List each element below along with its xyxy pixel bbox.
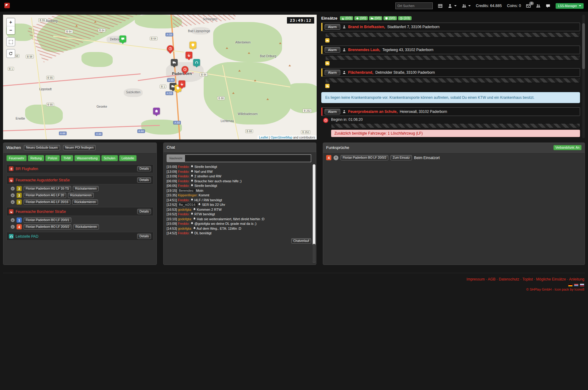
driving-vehicle-icon[interactable] — [325, 38, 330, 43]
chat-username[interactable]: Freddo: — [178, 212, 190, 216]
mission-name[interactable]: Brand in Briefkasten, — [348, 25, 385, 29]
recall-button[interactable]: Rückalarmieren — [73, 224, 99, 229]
filter-feuerwehr[interactable]: Feuerwehr — [6, 155, 27, 161]
chat-username[interactable]: Freddo: — [178, 222, 190, 225]
footer-link[interactable]: Datenschutz — [499, 277, 519, 281]
area-select-button[interactable] — [6, 37, 15, 46]
recall-button[interactable]: Rückalarmieren — [68, 193, 94, 198]
chat-username[interactable]: godofgta: — [178, 227, 192, 230]
footer-link[interactable]: AGB — [488, 277, 496, 281]
map-marker-shield[interactable] — [190, 42, 196, 48]
details-button[interactable]: Details — [137, 177, 151, 183]
alarm-button[interactable]: Alarm — [325, 109, 340, 114]
vehicle-name-button[interactable]: Florian Paderborn BO LF 20/0/1 — [24, 217, 71, 223]
vehicle-toggle-icon[interactable]: ▸ — [11, 218, 15, 222]
new-building-button[interactable]: Neues Gebäude bauen — [24, 145, 60, 150]
filter-rettung[interactable]: Rettung — [28, 155, 44, 161]
to-mission-button[interactable]: Zum Einsatz — [390, 155, 412, 160]
missions-scrollbar[interactable] — [582, 15, 585, 138]
flag-ru-icon[interactable] — [580, 284, 584, 287]
map-marker-school[interactable] — [153, 108, 160, 114]
osm-link[interactable]: OpenStreetMap — [271, 136, 292, 139]
chat-username[interactable]: Freddo: — [178, 179, 190, 183]
alarm-button[interactable]: Alarm — [325, 70, 340, 75]
mission-name[interactable]: Feuerprobealarm an Schule, — [348, 110, 398, 114]
chat-username[interactable]: Freddo: — [178, 198, 190, 202]
team-icon[interactable] — [536, 4, 541, 8]
vehicle-toggle-icon[interactable]: ▸ — [11, 187, 15, 191]
chat-username[interactable]: Freddo: — [178, 170, 190, 173]
chat-username[interactable]: Freddo: — [178, 174, 190, 178]
mission-counter-tow[interactable]: (0/0) — [369, 16, 383, 20]
leaflet-link[interactable]: Leaflet — [259, 136, 268, 139]
driving-vehicle-icon[interactable] — [325, 61, 330, 65]
mission-name[interactable]: Flächenbrand, — [348, 70, 373, 75]
footer-link[interactable]: Toplist — [522, 277, 533, 281]
map-marker-clock[interactable] — [182, 66, 188, 73]
details-button[interactable]: Details — [137, 234, 151, 239]
chat-username[interactable]: Kippenfinger: — [178, 193, 198, 197]
mission-counter-police[interactable]: (0/0) — [383, 16, 397, 20]
filter-polizei[interactable]: Polizei — [45, 155, 60, 161]
vehicle-toggle-icon[interactable]: ▸ — [11, 193, 15, 197]
driving-vehicle-icon[interactable] — [325, 84, 330, 88]
verbandsfunk-badge[interactable]: Verbandsfunk: An — [553, 145, 582, 150]
map-marker-truck[interactable] — [171, 59, 178, 66]
chat-input[interactable] — [185, 154, 311, 162]
mission-name[interactable]: Brennendes Laub, — [348, 48, 380, 52]
chat-username[interactable]: Freddo: — [178, 231, 190, 235]
footer-link[interactable]: Anleitung — [569, 277, 584, 281]
map-refresh-button[interactable] — [6, 49, 15, 58]
search-input[interactable] — [395, 2, 433, 9]
vehicle-toggle-icon[interactable]: ▸ — [11, 200, 15, 204]
footer-link[interactable]: Impressum — [466, 277, 484, 281]
chat-username[interactable]: Freddo: — [178, 184, 190, 188]
messages-button[interactable]: 0 — [526, 4, 531, 8]
building-name[interactable]: Feuerwache Augustdorfer Straße — [16, 178, 70, 182]
radio-vehicle-button[interactable]: Florian Paderborn BO LF 20/0/2 — [341, 155, 388, 160]
filter-wasserrettung[interactable]: Wasserrettung — [74, 155, 100, 161]
recall-button[interactable]: Rückalarmieren — [73, 186, 99, 191]
scrollbar-thumb[interactable] — [582, 23, 585, 69]
scrollbar-thumb[interactable] — [313, 244, 315, 263]
footer-link[interactable]: Mögliche Einsätze — [536, 277, 566, 281]
filter-leitstelle[interactable]: Leitstelle — [119, 155, 137, 161]
chat-username[interactable]: Freddo: — [178, 165, 190, 169]
filter-thw[interactable]: THW — [61, 155, 73, 161]
flag-nl-icon[interactable] — [574, 284, 579, 287]
alarm-button[interactable]: Alarm — [325, 47, 340, 53]
map-marker-fire[interactable] — [179, 80, 185, 87]
vehicle-name-button[interactable]: Florian Paderborn AG LF 20 — [24, 193, 66, 198]
chat-username[interactable]: godofgta: — [178, 217, 192, 221]
map-marker-chat[interactable] — [119, 35, 126, 42]
mission-counter-ambulance[interactable]: (0/0) — [354, 16, 368, 20]
building-name[interactable]: Leitstelle PAD — [16, 234, 38, 239]
vehicle-name-button[interactable]: Florian Paderborn BO LF 20/0/2 — [24, 224, 71, 229]
mission-counter-fire[interactable]: (0/3) — [340, 16, 353, 20]
zoom-out-button[interactable]: − — [7, 26, 15, 34]
chat-username[interactable]: Berendes: — [178, 189, 195, 192]
building-name[interactable]: BR Flughafen — [16, 167, 38, 171]
chat-username[interactable]: ffw_nt2014: — [178, 203, 197, 206]
map-marker-fire[interactable] — [186, 52, 192, 58]
app-logo[interactable] — [4, 3, 10, 9]
details-button[interactable]: Details — [137, 209, 151, 214]
chat-username[interactable]: godofgta: — [178, 208, 192, 211]
alarm-button[interactable]: Alarm — [325, 24, 340, 30]
chat-scrollbar[interactable] — [313, 164, 315, 263]
dismiss-icon[interactable]: × — [334, 155, 338, 160]
new-poi-button[interactable]: Neuen POI festlegen — [63, 145, 96, 150]
map-marker-headset[interactable] — [193, 59, 200, 66]
vehicle-name-button[interactable]: Florian Paderborn AG LF 20/16 — [24, 199, 70, 205]
profile-menu[interactable] — [448, 4, 457, 8]
recall-button[interactable]: Rückalarmieren — [72, 199, 98, 205]
zoom-in-button[interactable]: + — [7, 18, 15, 26]
chat-bubble-icon[interactable] — [546, 4, 550, 8]
chat-history-button[interactable]: Chatverlauf — [291, 238, 311, 243]
credits-label[interactable]: Credits: 64.885 — [476, 4, 502, 8]
map-marker-clock[interactable] — [167, 45, 174, 52]
details-button[interactable]: Details — [137, 166, 151, 171]
vehicle-toggle-icon[interactable]: ▸ — [11, 225, 15, 229]
map[interactable]: RietbergSchlangenBad LippspringeDelbrück… — [3, 15, 317, 139]
mission-counter-clock[interactable]: (2/3) — [398, 16, 412, 20]
